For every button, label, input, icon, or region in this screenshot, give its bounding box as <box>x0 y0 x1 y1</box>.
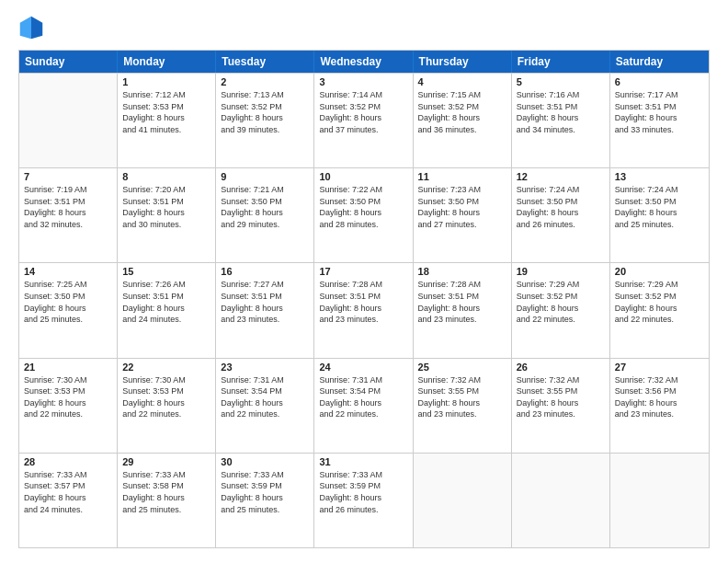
sunset-text: Sunset: 3:52 PM <box>517 291 605 303</box>
sunrise-text: Sunrise: 7:32 AM <box>517 374 605 386</box>
day-number: 28 <box>24 456 112 467</box>
calendar-row: 14Sunrise: 7:25 AMSunset: 3:50 PMDayligh… <box>19 262 709 357</box>
sunrise-text: Sunrise: 7:21 AM <box>221 184 309 196</box>
calendar-row: 7Sunrise: 7:19 AMSunset: 3:51 PMDaylight… <box>19 167 709 262</box>
sunset-text: Sunset: 3:50 PM <box>517 196 605 208</box>
logo <box>18 15 48 40</box>
sunrise-text: Sunrise: 7:16 AM <box>517 89 605 101</box>
daylight-text: Daylight: 8 hours <box>418 112 506 124</box>
calendar-cell: 2Sunrise: 7:13 AMSunset: 3:52 PMDaylight… <box>216 74 314 167</box>
daylight-text: Daylight: 8 hours <box>221 112 309 124</box>
calendar-header-cell: Monday <box>118 51 216 73</box>
daylight-text-2: and 27 minutes. <box>418 219 506 231</box>
daylight-text: Daylight: 8 hours <box>615 112 704 124</box>
daylight-text-2: and 39 minutes. <box>221 124 309 136</box>
calendar-cell: 25Sunrise: 7:32 AMSunset: 3:55 PMDayligh… <box>414 359 512 453</box>
daylight-text: Daylight: 8 hours <box>319 112 407 124</box>
calendar-cell: 9Sunrise: 7:21 AMSunset: 3:50 PMDaylight… <box>216 168 314 262</box>
calendar-cell <box>610 454 709 547</box>
sunset-text: Sunset: 3:52 PM <box>615 291 704 303</box>
daylight-text-2: and 37 minutes. <box>319 124 407 136</box>
calendar-cell: 30Sunrise: 7:33 AMSunset: 3:59 PMDayligh… <box>216 454 314 547</box>
sunset-text: Sunset: 3:54 PM <box>221 385 309 397</box>
daylight-text-2: and 23 minutes. <box>418 314 506 326</box>
daylight-text-2: and 22 minutes. <box>24 408 112 420</box>
sunrise-text: Sunrise: 7:13 AM <box>221 89 309 101</box>
sunrise-text: Sunrise: 7:25 AM <box>24 279 112 291</box>
day-number: 2 <box>221 76 309 87</box>
sunrise-text: Sunrise: 7:27 AM <box>221 279 309 291</box>
sunrise-text: Sunrise: 7:19 AM <box>24 184 112 196</box>
day-number: 19 <box>517 266 605 277</box>
daylight-text-2: and 25 minutes. <box>221 504 309 516</box>
daylight-text-2: and 25 minutes. <box>615 219 704 231</box>
calendar-row: 1Sunrise: 7:12 AMSunset: 3:53 PMDaylight… <box>19 73 709 167</box>
svg-marker-2 <box>20 17 31 40</box>
daylight-text-2: and 32 minutes. <box>24 219 112 231</box>
daylight-text-2: and 28 minutes. <box>319 219 407 231</box>
calendar-cell: 26Sunrise: 7:32 AMSunset: 3:55 PMDayligh… <box>512 359 610 453</box>
daylight-text-2: and 26 minutes. <box>319 504 407 516</box>
day-number: 31 <box>319 456 407 467</box>
sunset-text: Sunset: 3:54 PM <box>319 385 407 397</box>
daylight-text: Daylight: 8 hours <box>122 112 210 124</box>
calendar-cell: 22Sunrise: 7:30 AMSunset: 3:53 PMDayligh… <box>118 359 216 453</box>
day-number: 6 <box>615 76 704 87</box>
sunset-text: Sunset: 3:53 PM <box>122 101 210 113</box>
day-number: 18 <box>418 266 506 277</box>
page: SundayMondayTuesdayWednesdayThursdayFrid… <box>0 0 728 563</box>
calendar-cell: 5Sunrise: 7:16 AMSunset: 3:51 PMDaylight… <box>512 74 610 167</box>
daylight-text: Daylight: 8 hours <box>122 207 210 219</box>
day-number: 11 <box>418 171 506 182</box>
daylight-text: Daylight: 8 hours <box>615 207 704 219</box>
calendar-cell: 12Sunrise: 7:24 AMSunset: 3:50 PMDayligh… <box>512 168 610 262</box>
calendar-cell: 17Sunrise: 7:28 AMSunset: 3:51 PMDayligh… <box>314 263 413 357</box>
calendar-header-cell: Wednesday <box>314 51 413 73</box>
logo-icon <box>18 15 44 40</box>
calendar-cell: 4Sunrise: 7:15 AMSunset: 3:52 PMDaylight… <box>414 74 512 167</box>
day-number: 15 <box>122 266 210 277</box>
daylight-text: Daylight: 8 hours <box>221 492 309 504</box>
daylight-text-2: and 30 minutes. <box>122 219 210 231</box>
day-number: 26 <box>517 362 605 373</box>
calendar-cell <box>19 74 118 167</box>
calendar-row: 28Sunrise: 7:33 AMSunset: 3:57 PMDayligh… <box>19 453 709 547</box>
sunrise-text: Sunrise: 7:12 AM <box>122 89 210 101</box>
calendar-cell: 18Sunrise: 7:28 AMSunset: 3:51 PMDayligh… <box>414 263 512 357</box>
sunset-text: Sunset: 3:52 PM <box>221 101 309 113</box>
sunset-text: Sunset: 3:51 PM <box>122 196 210 208</box>
calendar-cell <box>414 454 512 547</box>
day-number: 22 <box>122 362 210 373</box>
daylight-text: Daylight: 8 hours <box>221 303 309 315</box>
daylight-text-2: and 36 minutes. <box>418 124 506 136</box>
day-number: 8 <box>122 171 210 182</box>
sunset-text: Sunset: 3:57 PM <box>24 480 112 492</box>
daylight-text: Daylight: 8 hours <box>517 303 605 315</box>
daylight-text: Daylight: 8 hours <box>24 303 112 315</box>
calendar-header-cell: Thursday <box>414 51 512 73</box>
sunset-text: Sunset: 3:59 PM <box>221 480 309 492</box>
sunset-text: Sunset: 3:53 PM <box>122 385 210 397</box>
calendar-header-cell: Friday <box>512 51 610 73</box>
day-number: 10 <box>319 171 407 182</box>
sunrise-text: Sunrise: 7:23 AM <box>418 184 506 196</box>
sunrise-text: Sunrise: 7:29 AM <box>615 279 704 291</box>
sunrise-text: Sunrise: 7:14 AM <box>319 89 407 101</box>
sunrise-text: Sunrise: 7:28 AM <box>319 279 407 291</box>
daylight-text-2: and 24 minutes. <box>122 314 210 326</box>
calendar-cell <box>512 454 610 547</box>
sunset-text: Sunset: 3:50 PM <box>24 291 112 303</box>
sunset-text: Sunset: 3:51 PM <box>319 291 407 303</box>
sunset-text: Sunset: 3:58 PM <box>122 480 210 492</box>
daylight-text: Daylight: 8 hours <box>517 397 605 409</box>
daylight-text: Daylight: 8 hours <box>122 303 210 315</box>
sunset-text: Sunset: 3:59 PM <box>319 480 407 492</box>
sunrise-text: Sunrise: 7:30 AM <box>122 374 210 386</box>
sunrise-text: Sunrise: 7:26 AM <box>122 279 210 291</box>
sunset-text: Sunset: 3:51 PM <box>615 101 704 113</box>
sunset-text: Sunset: 3:52 PM <box>319 101 407 113</box>
calendar-cell: 24Sunrise: 7:31 AMSunset: 3:54 PMDayligh… <box>314 359 413 453</box>
sunrise-text: Sunrise: 7:17 AM <box>615 89 704 101</box>
sunrise-text: Sunrise: 7:24 AM <box>615 184 704 196</box>
sunset-text: Sunset: 3:53 PM <box>24 385 112 397</box>
